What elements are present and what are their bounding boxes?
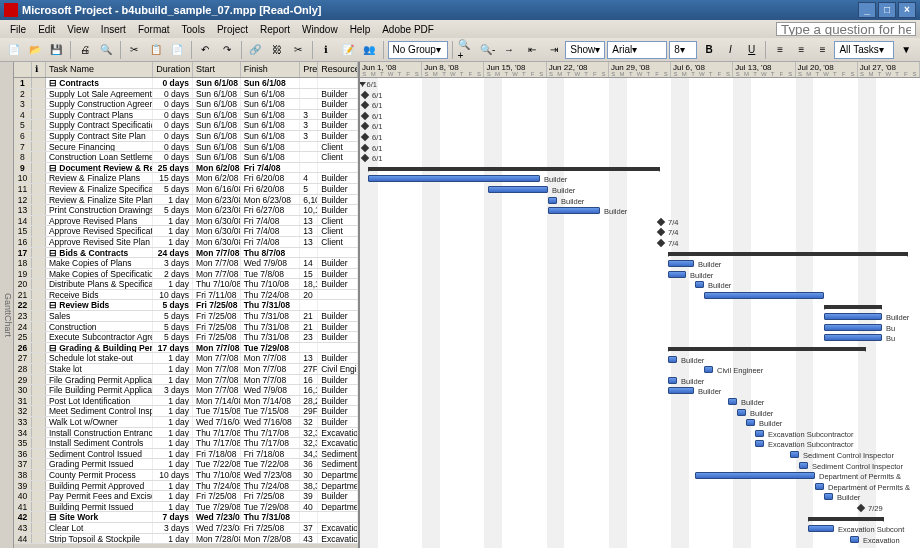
minimize-button[interactable]: _	[858, 2, 876, 18]
gantt-body[interactable]: 6/16/16/16/16/16/16/16/1BuilderBuilderBu…	[360, 78, 920, 548]
menu-insert[interactable]: Insert	[95, 22, 132, 37]
table-row[interactable]: 34 Install Construction Entrance1 dayThu…	[14, 428, 358, 439]
header-duration[interactable]: Duration	[153, 62, 193, 77]
help-search-input[interactable]	[776, 22, 916, 36]
menu-file[interactable]: File	[4, 22, 32, 37]
summary-bar[interactable]	[824, 305, 882, 309]
table-row[interactable]: 19 Make Copies of Specifications2 daysMo…	[14, 269, 358, 280]
menu-adobe-pdf[interactable]: Adobe PDF	[376, 22, 440, 37]
table-row[interactable]: 41 Building Permit Issued1 dayTue 7/29/0…	[14, 502, 358, 513]
show-select[interactable]: Show▾	[565, 41, 605, 59]
font-size-select[interactable]: 8 ▾	[669, 41, 697, 59]
task-bar[interactable]	[799, 462, 808, 469]
task-bar[interactable]	[668, 387, 694, 394]
table-row[interactable]: 12 Review & Finalize Site Plan1 dayMon 6…	[14, 195, 358, 206]
task-bar[interactable]	[728, 398, 737, 405]
menu-project[interactable]: Project	[211, 22, 254, 37]
task-bar[interactable]	[815, 483, 824, 490]
align-center-icon[interactable]: ≡	[792, 40, 811, 60]
open-icon[interactable]: 📂	[25, 40, 44, 60]
summary-bar[interactable]	[808, 517, 884, 521]
task-bar[interactable]	[548, 207, 600, 214]
header-finish[interactable]: Finish	[241, 62, 301, 77]
table-row[interactable]: 33 Walk Lot w/Owner1 dayWed 7/16/08Wed 7…	[14, 417, 358, 428]
table-row[interactable]: 39 Building Permit Approved1 dayThu 7/24…	[14, 481, 358, 492]
info-icon[interactable]: ℹ	[317, 40, 336, 60]
table-row[interactable]: 20 Distribute Plans & Specifications1 da…	[14, 279, 358, 290]
header-indicators[interactable]: ℹ	[32, 62, 46, 77]
table-row[interactable]: 9 ⊟ Document Review & Revision25 daysMon…	[14, 163, 358, 174]
table-row[interactable]: 6 Supply Contract Site Plan0 daysSun 6/1…	[14, 131, 358, 142]
task-bar[interactable]	[755, 430, 764, 437]
split-icon[interactable]: ✂	[288, 40, 307, 60]
table-row[interactable]: 2 Supply Lot Sale Agreement0 daysSun 6/1…	[14, 89, 358, 100]
notes-icon[interactable]: 📝	[338, 40, 357, 60]
table-row[interactable]: 23 Sales5 daysFri 7/25/08Thu 7/31/0821Bu…	[14, 311, 358, 322]
menu-report[interactable]: Report	[254, 22, 296, 37]
table-row[interactable]: 22 ⊟ Review Bids5 daysFri 7/25/08Thu 7/3…	[14, 300, 358, 311]
paste-icon[interactable]: 📄	[167, 40, 186, 60]
zoom-in-icon[interactable]: 🔍+	[457, 40, 476, 60]
goto-icon[interactable]: →	[499, 40, 518, 60]
outdent-icon[interactable]: ⇤	[523, 40, 542, 60]
table-row[interactable]: 29 File Grading Permit Application1 dayM…	[14, 375, 358, 386]
print-icon[interactable]: 🖨	[75, 40, 94, 60]
summary-bar[interactable]	[362, 82, 363, 86]
task-bar[interactable]	[668, 356, 677, 363]
bold-icon[interactable]: B	[699, 40, 718, 60]
task-bar[interactable]	[548, 197, 557, 204]
table-row[interactable]: 3 Supply Construction Agreement0 daysSun…	[14, 99, 358, 110]
header-pred[interactable]: Predecessors	[300, 62, 318, 77]
table-row[interactable]: 40 Pay Permit Fees and Excise Taxes1 day…	[14, 491, 358, 502]
task-bar[interactable]	[824, 324, 882, 331]
table-row[interactable]: 24 Construction5 daysFri 7/25/08Thu 7/31…	[14, 322, 358, 333]
menu-edit[interactable]: Edit	[32, 22, 61, 37]
task-bar[interactable]	[824, 334, 882, 341]
task-bar[interactable]	[755, 440, 764, 447]
autofilter-icon[interactable]: ▼	[896, 40, 915, 60]
task-bar[interactable]	[737, 409, 746, 416]
copy-icon[interactable]: 📋	[146, 40, 165, 60]
menu-view[interactable]: View	[61, 22, 95, 37]
table-row[interactable]: 42 ⊟ Site Work7 daysWed 7/23/08Thu 7/31/…	[14, 512, 358, 523]
zoom-out-icon[interactable]: 🔍-	[478, 40, 497, 60]
summary-bar[interactable]	[668, 252, 908, 256]
task-bar[interactable]	[824, 493, 833, 500]
table-row[interactable]: 28 Stake lot1 dayMon 7/7/08Mon 7/7/0827F…	[14, 364, 358, 375]
table-row[interactable]: 5 Supply Contract Specifications0 daysSu…	[14, 120, 358, 131]
table-row[interactable]: 21 Receive Bids10 daysFri 7/11/08Thu 7/2…	[14, 290, 358, 301]
table-row[interactable]: 8 Construction Loan Settlement0 daysSun …	[14, 152, 358, 163]
task-bar[interactable]	[850, 536, 859, 543]
header-rownum[interactable]	[14, 62, 32, 77]
table-row[interactable]: 30 File Building Permit Application3 day…	[14, 385, 358, 396]
table-row[interactable]: 7 Secure Financing0 daysSun 6/1/08Sun 6/…	[14, 142, 358, 153]
table-row[interactable]: 25 Execute Subcontractor Agreements5 day…	[14, 332, 358, 343]
table-row[interactable]: 13 Print Construction Drawings5 daysMon …	[14, 205, 358, 216]
summary-bar[interactable]	[668, 347, 866, 351]
assign-icon[interactable]: 👥	[359, 40, 378, 60]
menu-help[interactable]: Help	[344, 22, 377, 37]
task-bar[interactable]	[790, 451, 799, 458]
task-bar[interactable]	[668, 271, 686, 278]
table-row[interactable]: 4 Supply Contract Plans0 daysSun 6/1/08S…	[14, 110, 358, 121]
table-row[interactable]: 38 County Permit Process10 daysThu 7/10/…	[14, 470, 358, 481]
task-bar[interactable]	[668, 260, 694, 267]
task-bar[interactable]	[368, 175, 540, 182]
task-bar[interactable]	[746, 419, 755, 426]
group-select[interactable]: No Group ▾	[388, 41, 448, 59]
task-bar[interactable]	[695, 472, 815, 479]
unlink-icon[interactable]: ⛓	[267, 40, 286, 60]
indent-icon[interactable]: ⇥	[544, 40, 563, 60]
task-bar[interactable]	[704, 366, 713, 373]
table-row[interactable]: 35 Install Sediment Controls1 dayThu 7/1…	[14, 438, 358, 449]
table-row[interactable]: 18 Make Copies of Plans3 daysMon 7/7/08W…	[14, 258, 358, 269]
table-row[interactable]: 36 Sediment Control Issued1 dayFri 7/18/…	[14, 449, 358, 460]
milestone[interactable]	[657, 228, 665, 236]
milestone[interactable]	[657, 239, 665, 247]
table-row[interactable]: 1 ⊟ Contracts0 daysSun 6/1/08Sun 6/1/08	[14, 78, 358, 89]
filter-select[interactable]: All Tasks ▾	[834, 41, 894, 59]
align-right-icon[interactable]: ≡	[813, 40, 832, 60]
link-icon[interactable]: 🔗	[245, 40, 264, 60]
table-row[interactable]: 15 Approve Revised Specifications1 dayMo…	[14, 226, 358, 237]
table-row[interactable]: 14 Approve Revised Plans1 dayMon 6/30/08…	[14, 216, 358, 227]
